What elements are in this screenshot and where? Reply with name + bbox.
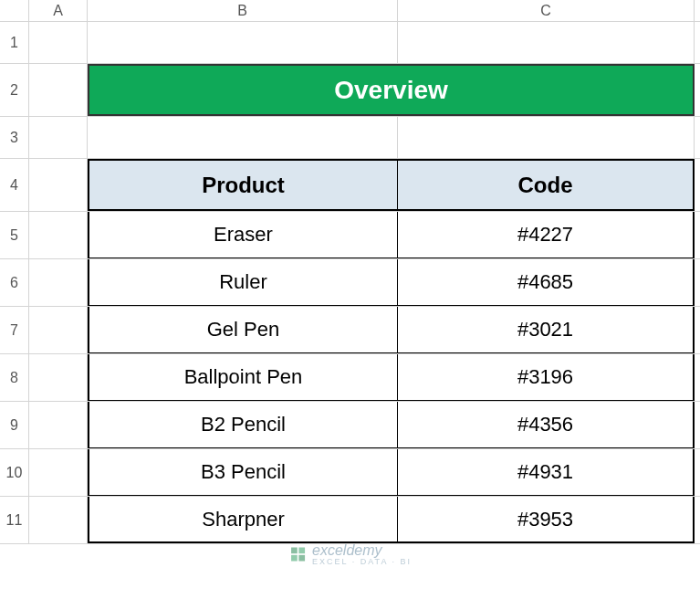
table-row[interactable]: B3 Pencil	[88, 449, 398, 496]
table-row[interactable]: Sharpner	[88, 497, 398, 543]
cell-C3[interactable]	[398, 117, 695, 158]
svg-rect-0	[291, 548, 298, 554]
cell-A10[interactable]	[29, 449, 88, 496]
column-header-A[interactable]: A	[29, 0, 88, 21]
row-7: 7 Gel Pen #3021	[0, 307, 700, 354]
table-header-code[interactable]: Code	[398, 159, 695, 211]
cell-A4[interactable]	[29, 159, 88, 211]
svg-rect-2	[291, 555, 298, 562]
svg-rect-3	[298, 555, 305, 562]
watermark-name: exceldemy	[312, 542, 381, 558]
table-row[interactable]: #3021	[398, 307, 695, 353]
row-4: 4 Product Code	[0, 159, 700, 212]
grid-body: 1 2 Overview 3 4 Product Code 5 Eraser	[0, 22, 700, 544]
title-cell[interactable]: Overview	[88, 64, 695, 116]
table-row[interactable]: #3953	[398, 497, 695, 543]
table-header-product[interactable]: Product	[88, 159, 398, 211]
cell-A1[interactable]	[29, 22, 88, 63]
row-header-3[interactable]: 3	[0, 117, 29, 158]
watermark-sub: EXCEL · DATA · BI	[312, 557, 412, 566]
table-row[interactable]: Eraser	[88, 212, 398, 258]
row-header-1[interactable]: 1	[0, 22, 29, 63]
row-header-6[interactable]: 6	[0, 259, 29, 306]
cell-B1[interactable]	[88, 22, 398, 63]
row-header-7[interactable]: 7	[0, 307, 29, 353]
watermark: exceldemy EXCEL · DATA · BI	[288, 542, 412, 566]
row-header-5[interactable]: 5	[0, 212, 29, 258]
logo-icon	[288, 545, 307, 563]
cell-A11[interactable]	[29, 497, 88, 543]
row-header-11[interactable]: 11	[0, 497, 29, 543]
table-row[interactable]: Ballpoint Pen	[88, 354, 398, 401]
table-row[interactable]: B2 Pencil	[88, 402, 398, 448]
cell-A3[interactable]	[29, 117, 88, 158]
row-8: 8 Ballpoint Pen #3196	[0, 354, 700, 402]
table-row[interactable]: #4931	[398, 449, 695, 496]
column-header-C[interactable]: C	[398, 0, 695, 21]
row-header-10[interactable]: 10	[0, 449, 29, 496]
row-9: 9 B2 Pencil #4356	[0, 402, 700, 449]
column-header-row: A B C	[0, 0, 700, 22]
svg-rect-1	[298, 548, 305, 554]
cell-A2[interactable]	[29, 64, 88, 116]
cell-B3[interactable]	[88, 117, 398, 158]
select-all-corner[interactable]	[0, 0, 29, 21]
watermark-text: exceldemy EXCEL · DATA · BI	[312, 542, 412, 566]
row-6: 6 Ruler #4685	[0, 259, 700, 307]
row-5: 5 Eraser #4227	[0, 212, 700, 259]
row-2: 2 Overview	[0, 64, 700, 117]
row-3: 3	[0, 117, 700, 159]
row-header-8[interactable]: 8	[0, 354, 29, 401]
cell-A7[interactable]	[29, 307, 88, 353]
row-10: 10 B3 Pencil #4931	[0, 449, 700, 497]
column-header-B[interactable]: B	[88, 0, 398, 21]
row-1: 1	[0, 22, 700, 64]
table-row[interactable]: #3196	[398, 354, 695, 401]
cell-A6[interactable]	[29, 259, 88, 306]
table-row[interactable]: #4685	[398, 259, 695, 306]
row-header-2[interactable]: 2	[0, 64, 29, 116]
row-header-9[interactable]: 9	[0, 402, 29, 448]
spreadsheet: A B C 1 2 Overview 3 4 Product Code	[0, 0, 700, 599]
table-row[interactable]: #4356	[398, 402, 695, 448]
cell-A8[interactable]	[29, 354, 88, 401]
table-row[interactable]: Gel Pen	[88, 307, 398, 353]
table-row[interactable]: #4227	[398, 212, 695, 258]
cell-A9[interactable]	[29, 402, 88, 448]
row-header-4[interactable]: 4	[0, 159, 29, 211]
cell-A5[interactable]	[29, 212, 88, 258]
row-11: 11 Sharpner #3953	[0, 497, 700, 544]
table-row[interactable]: Ruler	[88, 259, 398, 306]
cell-C1[interactable]	[398, 22, 695, 63]
